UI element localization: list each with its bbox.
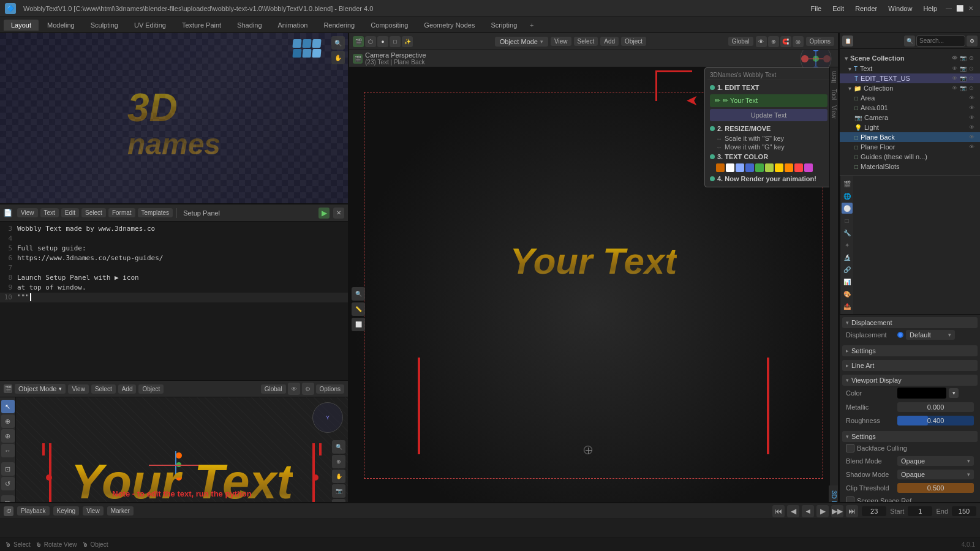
area-eye[interactable]: 👁 (968, 94, 975, 102)
vp-add-btn[interactable]: Add (118, 384, 137, 394)
cam-eye[interactable]: 👁 (968, 114, 975, 121)
edittext-render[interactable]: ⊙ (968, 75, 975, 82)
close-panel-button[interactable]: ✕ (333, 208, 344, 219)
middle-view-btn[interactable]: View (551, 37, 571, 46)
text-vis-render[interactable]: ⊙ (968, 65, 975, 72)
tab-compositing[interactable]: Compositing (363, 20, 415, 31)
sc-planeback-item[interactable]: □ Plane Back 👁 (840, 132, 980, 142)
hand-icon[interactable]: ✋ (332, 470, 345, 483)
vp-options-label[interactable]: Options (316, 384, 344, 394)
lineart-header[interactable]: Line Art (842, 360, 978, 371)
settings-header[interactable]: Settings (842, 345, 978, 356)
physics-icon[interactable]: 🔬 (842, 252, 853, 263)
cursor-tool[interactable]: ⊕ (1, 414, 15, 428)
metallic-value[interactable]: 0.000 (897, 402, 974, 412)
editor-type-icon[interactable]: 📄 (4, 209, 12, 217)
output-icon[interactable]: 📤 (842, 301, 853, 312)
menu-help[interactable]: Help (918, 4, 942, 13)
edittext-eye[interactable]: 👁 (951, 75, 958, 82)
data-icon[interactable]: 📊 (842, 276, 853, 287)
render-view-btn[interactable]: 🎬 (353, 36, 364, 47)
middle-mode-dropdown[interactable]: Object Mode (495, 37, 548, 47)
cam-type-icon[interactable]: 🎬 (353, 54, 363, 64)
cam-ruler-btn[interactable]: 📏 (352, 302, 365, 316)
settings-sub-header[interactable]: Settings (842, 431, 978, 442)
disp-dropdown[interactable]: Default (906, 330, 955, 340)
maximize-button[interactable]: ⬜ (956, 4, 964, 13)
clip-value[interactable]: 0.500 (897, 483, 974, 493)
material-icon[interactable]: ⚪ (842, 203, 853, 214)
tab-texture-paint[interactable]: Texture Paint (175, 20, 228, 31)
your-text-button[interactable]: ✏ ✏ Your Text (710, 94, 827, 107)
object-mode-dropdown[interactable]: Object Mode (15, 384, 66, 394)
proportional-toggle[interactable]: ◎ (793, 36, 804, 47)
menu-render[interactable]: Render (850, 4, 882, 13)
tool-label[interactable]: Tool (829, 86, 838, 102)
coll-render[interactable]: ⊙ (968, 84, 975, 92)
displacement-header[interactable]: Displacement (842, 317, 978, 328)
handle-left[interactable] (46, 474, 52, 481)
roughness-slider[interactable]: 0.400 (897, 416, 974, 425)
middle-select-btn[interactable]: Select (574, 37, 598, 46)
vis-eye[interactable]: 👁 (951, 54, 958, 62)
marker-btn[interactable]: Marker (107, 506, 134, 515)
render-props-icon[interactable]: 🎨 (842, 288, 853, 299)
text-text-btn[interactable]: Text (40, 208, 59, 217)
camera-viewport[interactable]: Your Text ➤ 3DNames's Wobbly Text (349, 67, 838, 551)
middle-options-btn[interactable]: Options (806, 37, 834, 46)
light-eye[interactable]: 👁 (968, 124, 975, 131)
swatch-yellow[interactable] (775, 163, 783, 172)
tl-view-btn[interactable]: View (83, 506, 104, 515)
tab-modeling[interactable]: Modeling (40, 20, 82, 31)
planefloor-eye[interactable]: 👁 (968, 143, 975, 151)
vp-view-btn[interactable]: View (68, 384, 89, 394)
item-label[interactable]: Item (829, 67, 838, 86)
cam-zoom-btn[interactable]: 🔍 (352, 287, 365, 301)
middle-object-btn[interactable]: Object (621, 37, 646, 46)
solid-view-btn[interactable]: ⬡ (365, 36, 376, 47)
tab-scripting[interactable]: Scripting (483, 20, 524, 31)
sc-camera-item[interactable]: 📷 Camera 👁 (840, 113, 980, 122)
backface-checkbox[interactable] (846, 444, 854, 452)
play-btn[interactable]: ▶ (816, 505, 829, 517)
handle-right[interactable] (312, 474, 318, 481)
text-select-btn[interactable]: Select (81, 208, 106, 217)
tab-rendering[interactable]: Rendering (316, 20, 362, 31)
swatch-lime[interactable] (765, 163, 774, 172)
end-frame[interactable]: 150 (952, 506, 976, 516)
text-vis-eye[interactable]: 👁 (951, 65, 958, 72)
scene-collection-header[interactable]: ▾ Scene Collection 👁 📷 ⊙ (840, 53, 980, 64)
coll-eye[interactable]: 👁 (951, 84, 958, 92)
swatch-white[interactable] (726, 163, 734, 172)
tab-uv-editing[interactable]: UV Editing (127, 20, 173, 31)
move-tool[interactable]: ⊕ (1, 429, 15, 443)
swatch-green[interactable] (755, 163, 764, 172)
color-swatch[interactable] (897, 388, 946, 399)
reverse-play-btn[interactable]: ◄ (802, 505, 814, 517)
planeback-eye[interactable]: 👁 (968, 133, 975, 141)
swatch-purple[interactable] (804, 163, 813, 172)
object-props-icon[interactable]: □ (842, 215, 853, 226)
area001-eye[interactable]: 👁 (968, 104, 975, 111)
preview-zoom-icon[interactable]: 🔍 (331, 36, 345, 50)
tab-layout[interactable]: Layout (4, 20, 39, 31)
start-frame[interactable]: 1 (908, 506, 932, 516)
add-workspace-button[interactable]: + (526, 19, 538, 31)
swatch-amber[interactable] (785, 163, 793, 172)
tab-animation[interactable]: Animation (271, 20, 315, 31)
coll-cam[interactable]: 📷 (959, 84, 967, 92)
sc-planefloor-item[interactable]: □ Plane Floor 👁 (840, 142, 980, 152)
text-view-btn[interactable]: View (17, 208, 38, 217)
view-label[interactable]: View (829, 103, 838, 121)
color-menu-btn[interactable]: ▾ (949, 388, 959, 398)
minimize-button[interactable]: — (944, 4, 953, 13)
update-text-button[interactable]: Update Text (710, 109, 827, 121)
constraints-icon[interactable]: 🔗 (842, 264, 853, 275)
vp-global-btn[interactable]: Global (261, 384, 286, 394)
world-icon[interactable]: 🌐 (842, 190, 853, 201)
camera-icon[interactable]: 📷 (332, 484, 345, 498)
next-frame-btn[interactable]: ▶▶ (831, 505, 843, 517)
select-tool[interactable]: ↖ (1, 400, 15, 413)
sc-area001-item[interactable]: □ Area.001 👁 (840, 103, 980, 113)
gizmo-toggle[interactable]: ⊕ (768, 36, 779, 47)
